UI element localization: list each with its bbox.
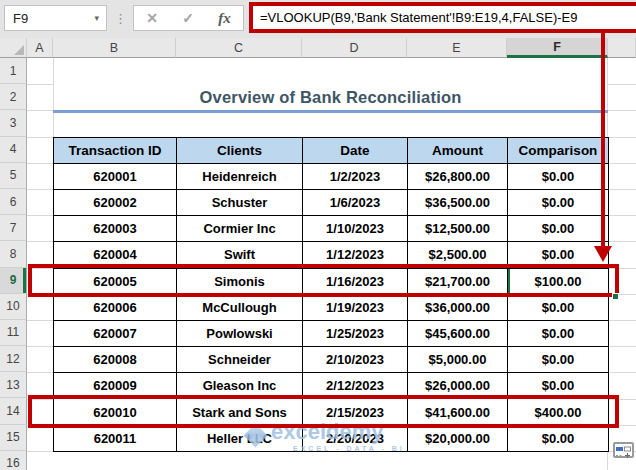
table-cell[interactable]: 1/25/2023 <box>303 320 408 346</box>
row-header-1[interactable]: 1 <box>0 58 27 84</box>
row-highlight-box <box>28 264 619 297</box>
formula-bar-chrome: F9 ▾ ⋮ ✕ ✓ fx =VLOOKUP(B9,'Bank Statemen… <box>0 0 636 38</box>
row-header-15[interactable]: 15 <box>0 425 27 451</box>
row-header-5[interactable]: 5 <box>0 163 27 189</box>
column-header-D[interactable]: D <box>302 38 407 58</box>
annotation-arrowhead-icon <box>594 246 612 262</box>
column-header-F[interactable]: F <box>507 38 608 58</box>
gridline-horizontal <box>608 189 636 190</box>
table-cell[interactable]: 1/6/2023 <box>303 189 408 215</box>
column-header-row: ABCDEF <box>0 38 636 58</box>
table-cell[interactable]: 2/20/2023 <box>303 425 408 451</box>
excel-window: F9 ▾ ⋮ ✕ ✓ fx =VLOOKUP(B9,'Bank Statemen… <box>0 0 636 470</box>
column-header-E[interactable]: E <box>407 38 507 58</box>
table-cell[interactable]: Powlowski <box>177 320 303 346</box>
column-header-A[interactable]: A <box>27 38 53 58</box>
table-column-header: Clients <box>177 137 303 163</box>
formula-bar-buttons: ✕ ✓ fx <box>133 5 244 31</box>
gridline-horizontal <box>608 215 636 216</box>
table-cell[interactable]: $26,800.00 <box>408 163 508 189</box>
gridline-horizontal <box>27 110 53 111</box>
table-cell[interactable]: 1/10/2023 <box>303 216 408 242</box>
enter-icon[interactable]: ✓ <box>182 10 194 26</box>
table-cell[interactable]: 620007 <box>54 320 177 346</box>
table-cell[interactable]: 1/2/2023 <box>303 163 408 189</box>
table-cell[interactable]: 620008 <box>54 347 177 373</box>
row-header-3[interactable]: 3 <box>0 110 27 136</box>
table-cell[interactable]: $0.00 <box>508 189 609 215</box>
gridline-horizontal <box>608 163 636 164</box>
table-row[interactable]: 620007Powlowski1/25/2023$45,600.00$0.00 <box>54 320 609 346</box>
table-row[interactable]: 620002Schuster1/6/2023$36,500.00$0.00 <box>54 189 609 215</box>
formula-input-highlighted[interactable]: =VLOOKUP(B9,'Bank Statement'!B9:E19,4,FA… <box>249 2 636 33</box>
chevron-down-icon[interactable]: ▾ <box>94 13 106 23</box>
table-cell[interactable]: $0.00 <box>508 425 609 451</box>
paste-options-icon[interactable] <box>613 442 634 458</box>
table-row[interactable]: 620008Schneider2/10/2023$5,000.00$0.00 <box>54 347 609 373</box>
table-cell[interactable]: 1/19/2023 <box>303 294 408 320</box>
table-column-header: Amount <box>408 137 508 163</box>
table-row[interactable]: 620001Heidenreich1/2/2023$26,800.00$0.00 <box>54 163 609 189</box>
table-cell[interactable]: McCullough <box>177 294 303 320</box>
gridline-horizontal <box>608 110 636 111</box>
table-cell[interactable]: $36,000.00 <box>408 294 508 320</box>
row-header-10[interactable]: 10 <box>0 294 27 320</box>
column-header-partial[interactable] <box>608 38 636 58</box>
row-header-9[interactable]: 9 <box>0 268 27 294</box>
table-cell[interactable]: $0.00 <box>508 216 609 242</box>
gridline-horizontal <box>27 215 53 216</box>
gridline-horizontal <box>27 84 53 85</box>
table-row[interactable]: 620006McCullough1/19/2023$36,000.00$0.00 <box>54 294 609 320</box>
column-header-C[interactable]: C <box>176 38 302 58</box>
gridline-horizontal <box>27 163 53 164</box>
table-cell[interactable]: Cormier Inc <box>177 216 303 242</box>
row-header-12[interactable]: 12 <box>0 346 27 372</box>
gridline-horizontal <box>608 137 636 138</box>
row-header-8[interactable]: 8 <box>0 241 27 267</box>
row-header-14[interactable]: 14 <box>0 398 27 424</box>
table-cell[interactable]: Schuster <box>177 189 303 215</box>
cancel-icon[interactable]: ✕ <box>146 10 158 26</box>
select-all-corner[interactable] <box>0 38 27 58</box>
name-box[interactable]: F9 ▾ <box>4 5 107 31</box>
row-header-4[interactable]: 4 <box>0 137 27 163</box>
table-cell[interactable]: 620003 <box>54 216 177 242</box>
column-header-B[interactable]: B <box>53 38 176 58</box>
selected-row-indicator <box>23 268 26 293</box>
insert-function-icon[interactable]: fx <box>218 10 231 27</box>
table-cell[interactable]: Heller LLC <box>177 425 303 451</box>
cell-reference: F9 <box>5 11 94 26</box>
table-cell[interactable]: $36,500.00 <box>408 189 508 215</box>
row-header-2[interactable]: 2 <box>0 84 27 110</box>
gridline-horizontal <box>608 84 636 85</box>
table-row[interactable]: 620003Cormier Inc1/10/2023$12,500.00$0.0… <box>54 216 609 242</box>
table-cell[interactable]: $0.00 <box>508 320 609 346</box>
table-header-row: Transaction IDClientsDateAmountCompariso… <box>54 137 609 163</box>
table-cell[interactable]: 2/10/2023 <box>303 347 408 373</box>
table-cell[interactable]: $45,600.00 <box>408 320 508 346</box>
row-header-13[interactable]: 13 <box>0 372 27 398</box>
row-header-6[interactable]: 6 <box>0 189 27 215</box>
row-header-16[interactable]: 16 <box>0 451 27 470</box>
gridline-horizontal <box>608 320 636 321</box>
table-cell[interactable]: 620001 <box>54 163 177 189</box>
table-cell[interactable]: Heidenreich <box>177 163 303 189</box>
table-cell[interactable]: 620006 <box>54 294 177 320</box>
table-cell[interactable]: $20,000.00 <box>408 425 508 451</box>
table-cell[interactable]: 620002 <box>54 189 177 215</box>
table-cell[interactable]: $5,000.00 <box>408 347 508 373</box>
table-cell[interactable]: $12,500.00 <box>408 216 508 242</box>
row-highlight-box <box>28 395 619 428</box>
row-header-11[interactable]: 11 <box>0 320 27 346</box>
table-cell[interactable]: $0.00 <box>508 163 609 189</box>
row-header-7[interactable]: 7 <box>0 215 27 241</box>
table-row[interactable]: 620011Heller LLC2/20/2023$20,000.00$0.00 <box>54 425 609 451</box>
table-cell[interactable]: Schneider <box>177 347 303 373</box>
table-cell[interactable]: 620011 <box>54 425 177 451</box>
page-title: Overview of Bank Reconciliation <box>199 88 461 107</box>
gridline-horizontal <box>27 241 53 242</box>
table-cell[interactable]: $0.00 <box>508 294 609 320</box>
fill-handle[interactable] <box>612 293 619 300</box>
table-cell[interactable]: $0.00 <box>508 347 609 373</box>
more-options-icon[interactable]: ⋮ <box>114 5 127 31</box>
